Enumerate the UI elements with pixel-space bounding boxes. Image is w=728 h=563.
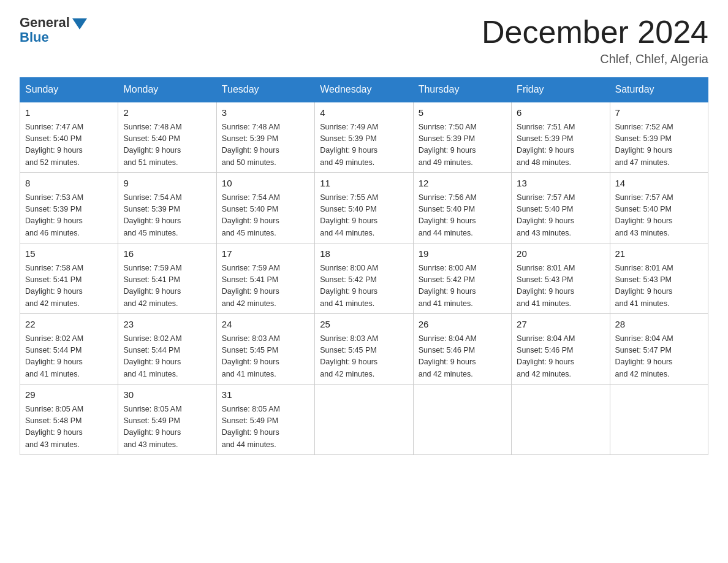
location-title: Chlef, Chlef, Algeria xyxy=(482,52,708,66)
day-number: 26 xyxy=(419,318,506,332)
calendar-cell: 8Sunrise: 7:53 AMSunset: 5:39 PMDaylight… xyxy=(20,173,118,243)
calendar-header: SundayMondayTuesdayWednesdayThursdayFrid… xyxy=(20,78,708,102)
day-number: 5 xyxy=(419,106,506,120)
day-number: 2 xyxy=(123,106,211,120)
calendar-cell: 17Sunrise: 7:59 AMSunset: 5:41 PMDayligh… xyxy=(216,243,314,314)
calendar-cell xyxy=(512,385,610,455)
weekday-header-sunday: Sunday xyxy=(20,78,118,102)
calendar-week-row: 1Sunrise: 7:47 AMSunset: 5:40 PMDaylight… xyxy=(20,102,708,173)
day-info: Sunrise: 7:49 AMSunset: 5:39 PMDaylight:… xyxy=(320,121,408,169)
day-info: Sunrise: 7:57 AMSunset: 5:40 PMDaylight:… xyxy=(517,192,604,240)
day-info: Sunrise: 7:53 AMSunset: 5:39 PMDaylight:… xyxy=(25,192,113,240)
calendar-cell: 2Sunrise: 7:48 AMSunset: 5:40 PMDaylight… xyxy=(118,102,216,173)
day-info: Sunrise: 8:05 AMSunset: 5:48 PMDaylight:… xyxy=(25,404,113,451)
day-number: 20 xyxy=(517,247,604,261)
day-info: Sunrise: 7:50 AMSunset: 5:39 PMDaylight:… xyxy=(419,121,506,169)
calendar-cell xyxy=(610,385,708,455)
calendar-week-row: 15Sunrise: 7:58 AMSunset: 5:41 PMDayligh… xyxy=(20,243,708,314)
day-info: Sunrise: 8:04 AMSunset: 5:46 PMDaylight:… xyxy=(517,333,604,381)
calendar-cell: 3Sunrise: 7:48 AMSunset: 5:39 PMDaylight… xyxy=(216,102,314,173)
day-number: 31 xyxy=(222,388,309,402)
calendar-cell: 26Sunrise: 8:04 AMSunset: 5:46 PMDayligh… xyxy=(413,314,511,385)
weekday-header-thursday: Thursday xyxy=(413,78,511,102)
calendar-week-row: 29Sunrise: 8:05 AMSunset: 5:48 PMDayligh… xyxy=(20,385,708,455)
day-number: 16 xyxy=(123,247,211,261)
calendar-week-row: 22Sunrise: 8:02 AMSunset: 5:44 PMDayligh… xyxy=(20,314,708,385)
day-info: Sunrise: 7:57 AMSunset: 5:40 PMDaylight:… xyxy=(615,192,703,240)
calendar-table: SundayMondayTuesdayWednesdayThursdayFrid… xyxy=(20,77,708,455)
calendar-cell: 25Sunrise: 8:03 AMSunset: 5:45 PMDayligh… xyxy=(315,314,413,385)
day-info: Sunrise: 8:05 AMSunset: 5:49 PMDaylight:… xyxy=(123,404,211,451)
calendar-cell: 21Sunrise: 8:01 AMSunset: 5:43 PMDayligh… xyxy=(610,243,708,314)
day-info: Sunrise: 7:59 AMSunset: 5:41 PMDaylight:… xyxy=(222,262,309,310)
calendar-cell: 14Sunrise: 7:57 AMSunset: 5:40 PMDayligh… xyxy=(610,173,708,243)
calendar-cell: 23Sunrise: 8:02 AMSunset: 5:44 PMDayligh… xyxy=(118,314,216,385)
day-number: 24 xyxy=(222,318,309,332)
day-number: 21 xyxy=(615,247,703,261)
day-number: 29 xyxy=(25,388,113,402)
calendar-cell: 30Sunrise: 8:05 AMSunset: 5:49 PMDayligh… xyxy=(118,385,216,455)
calendar-cell: 6Sunrise: 7:51 AMSunset: 5:39 PMDaylight… xyxy=(512,102,610,173)
title-block: December 2024 Chlef, Chlef, Algeria xyxy=(482,15,708,66)
day-number: 4 xyxy=(320,106,408,120)
weekday-header-row: SundayMondayTuesdayWednesdayThursdayFrid… xyxy=(20,78,708,102)
day-number: 25 xyxy=(320,318,408,332)
day-number: 17 xyxy=(222,247,309,261)
calendar-cell: 19Sunrise: 8:00 AMSunset: 5:42 PMDayligh… xyxy=(413,243,511,314)
day-info: Sunrise: 7:54 AMSunset: 5:40 PMDaylight:… xyxy=(222,192,309,240)
day-info: Sunrise: 8:02 AMSunset: 5:44 PMDaylight:… xyxy=(25,333,113,381)
calendar-cell: 13Sunrise: 7:57 AMSunset: 5:40 PMDayligh… xyxy=(512,173,610,243)
weekday-header-friday: Friday xyxy=(512,78,610,102)
day-number: 7 xyxy=(615,106,703,120)
calendar-cell: 5Sunrise: 7:50 AMSunset: 5:39 PMDaylight… xyxy=(413,102,511,173)
calendar-cell: 7Sunrise: 7:52 AMSunset: 5:39 PMDaylight… xyxy=(610,102,708,173)
calendar-cell: 4Sunrise: 7:49 AMSunset: 5:39 PMDaylight… xyxy=(315,102,413,173)
day-number: 8 xyxy=(25,177,113,191)
day-info: Sunrise: 7:59 AMSunset: 5:41 PMDaylight:… xyxy=(123,262,211,310)
calendar-cell: 29Sunrise: 8:05 AMSunset: 5:48 PMDayligh… xyxy=(20,385,118,455)
day-info: Sunrise: 7:56 AMSunset: 5:40 PMDaylight:… xyxy=(419,192,506,240)
day-info: Sunrise: 7:51 AMSunset: 5:39 PMDaylight:… xyxy=(517,121,604,169)
calendar-cell: 11Sunrise: 7:55 AMSunset: 5:40 PMDayligh… xyxy=(315,173,413,243)
day-info: Sunrise: 7:54 AMSunset: 5:39 PMDaylight:… xyxy=(123,192,211,240)
day-number: 6 xyxy=(517,106,604,120)
logo-triangle-icon xyxy=(72,18,87,29)
logo-blue-text: Blue xyxy=(20,29,87,45)
day-number: 13 xyxy=(517,177,604,191)
day-info: Sunrise: 8:03 AMSunset: 5:45 PMDaylight:… xyxy=(320,333,408,381)
day-number: 27 xyxy=(517,318,604,332)
day-number: 19 xyxy=(419,247,506,261)
weekday-header-saturday: Saturday xyxy=(610,78,708,102)
logo: General Blue xyxy=(20,15,87,45)
calendar-cell: 1Sunrise: 7:47 AMSunset: 5:40 PMDaylight… xyxy=(20,102,118,173)
day-info: Sunrise: 8:01 AMSunset: 5:43 PMDaylight:… xyxy=(615,262,703,310)
day-info: Sunrise: 7:48 AMSunset: 5:39 PMDaylight:… xyxy=(222,121,309,169)
calendar-cell: 16Sunrise: 7:59 AMSunset: 5:41 PMDayligh… xyxy=(118,243,216,314)
calendar-cell: 20Sunrise: 8:01 AMSunset: 5:43 PMDayligh… xyxy=(512,243,610,314)
day-info: Sunrise: 7:47 AMSunset: 5:40 PMDaylight:… xyxy=(25,121,113,169)
day-number: 1 xyxy=(25,106,113,120)
day-info: Sunrise: 8:02 AMSunset: 5:44 PMDaylight:… xyxy=(123,333,211,381)
calendar-cell: 12Sunrise: 7:56 AMSunset: 5:40 PMDayligh… xyxy=(413,173,511,243)
day-number: 15 xyxy=(25,247,113,261)
calendar-week-row: 8Sunrise: 7:53 AMSunset: 5:39 PMDaylight… xyxy=(20,173,708,243)
day-info: Sunrise: 7:52 AMSunset: 5:39 PMDaylight:… xyxy=(615,121,703,169)
day-info: Sunrise: 8:04 AMSunset: 5:46 PMDaylight:… xyxy=(419,333,506,381)
day-info: Sunrise: 7:55 AMSunset: 5:40 PMDaylight:… xyxy=(320,192,408,240)
day-number: 14 xyxy=(615,177,703,191)
day-number: 28 xyxy=(615,318,703,332)
day-info: Sunrise: 8:01 AMSunset: 5:43 PMDaylight:… xyxy=(517,262,604,310)
calendar-cell: 10Sunrise: 7:54 AMSunset: 5:40 PMDayligh… xyxy=(216,173,314,243)
day-info: Sunrise: 8:00 AMSunset: 5:42 PMDaylight:… xyxy=(320,262,408,310)
calendar-cell: 22Sunrise: 8:02 AMSunset: 5:44 PMDayligh… xyxy=(20,314,118,385)
day-info: Sunrise: 8:05 AMSunset: 5:49 PMDaylight:… xyxy=(222,404,309,451)
calendar-cell: 31Sunrise: 8:05 AMSunset: 5:49 PMDayligh… xyxy=(216,385,314,455)
calendar-cell: 18Sunrise: 8:00 AMSunset: 5:42 PMDayligh… xyxy=(315,243,413,314)
weekday-header-monday: Monday xyxy=(118,78,216,102)
calendar-cell: 9Sunrise: 7:54 AMSunset: 5:39 PMDaylight… xyxy=(118,173,216,243)
day-info: Sunrise: 7:58 AMSunset: 5:41 PMDaylight:… xyxy=(25,262,113,310)
day-number: 30 xyxy=(123,388,211,402)
calendar-cell: 24Sunrise: 8:03 AMSunset: 5:45 PMDayligh… xyxy=(216,314,314,385)
day-number: 22 xyxy=(25,318,113,332)
calendar-cell: 28Sunrise: 8:04 AMSunset: 5:47 PMDayligh… xyxy=(610,314,708,385)
